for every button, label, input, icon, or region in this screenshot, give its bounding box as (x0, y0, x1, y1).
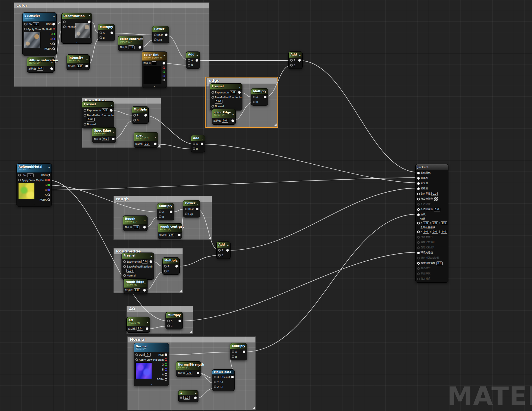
node-jacket1-value-box[interactable]: 0.0 (436, 261, 443, 265)
node-fresnel-rough-value-box[interactable]: 0.04 (126, 269, 134, 273)
node-fresnel-rough-header[interactable]: Fresnel⌄ (122, 253, 154, 259)
chevron-down-icon[interactable]: ⌄ (239, 85, 241, 88)
node-power-color-pin-0r0[interactable] (165, 34, 167, 36)
node-mult-rough-pin-1l0[interactable] (159, 215, 161, 218)
node-basecolor-pin-1r1[interactable] (53, 28, 55, 30)
node-add-spec-header[interactable]: Add⌄ (191, 135, 205, 141)
node-spec-edge-pin-0r0[interactable] (112, 138, 115, 140)
resize-handle-icon[interactable] (252, 407, 255, 409)
node-rough-contrast-pin-0r0[interactable] (178, 234, 181, 236)
node-power-color-header[interactable]: Power⌄ (152, 26, 169, 32)
node-mult-normal-pin-0l0[interactable] (232, 351, 234, 353)
node-fresnel-edge-value-box[interactable]: 0.04 (215, 100, 222, 104)
node-fresnel-spec-pin-1l0[interactable] (84, 114, 86, 117)
node-rough-edge[interactable]: rough EdgeParam (1)⌄默认值1.0 (124, 279, 148, 294)
node-rough-header[interactable]: RoughParam (1)⌄ (123, 216, 147, 225)
node-mult-roughedge-pin-1l0[interactable] (164, 270, 167, 272)
chevron-down-icon[interactable]: ⌄ (196, 53, 198, 56)
node-makefloat3-pin-0l0[interactable] (214, 376, 216, 378)
node-mult-edge-pin-1l0[interactable] (253, 101, 255, 103)
node-mult-color-header[interactable]: Multiply⌄ (98, 24, 115, 30)
node-power-rough-header[interactable]: Power⌄ (183, 200, 200, 207)
node-jacket1-pin-2l0[interactable] (417, 182, 420, 185)
node-normal-tex-pin-0r1[interactable] (165, 353, 167, 356)
node-jacket1-pin-6l0[interactable] (417, 203, 420, 206)
node-fresnel-edge-header[interactable]: Fresnel⌄ (210, 84, 242, 90)
node-jacket1-pin-14l0[interactable] (417, 241, 420, 244)
node-jacket1-pin-7l0[interactable] (417, 208, 420, 211)
node-add-spec-pin-0r0[interactable] (201, 143, 203, 145)
node-fresnel-rough-pin-0r0[interactable] (150, 260, 152, 263)
node-desaturation[interactable]: Desaturation⌃Fraction⌄ (61, 13, 92, 44)
node-basecolor[interactable]: basecolorParam2D⌃UVs0RGBApply View MipBi… (22, 12, 57, 56)
node-mult-spec[interactable]: Multiply⌄AB (132, 106, 149, 124)
node-jacket1-value-box[interactable]: 0.0 (432, 221, 438, 225)
chevron-down-icon[interactable]: ⌄ (196, 202, 199, 205)
node-const-one-value-box[interactable]: 1.0 (183, 396, 190, 400)
node-rough-edge-pin-0r0[interactable] (143, 289, 146, 292)
node-rough-contrast-header[interactable]: rough contrastParam (1)⌄ (158, 224, 182, 233)
chevron-up-icon[interactable]: ⌃ (89, 15, 91, 18)
node-fresnel-spec-pin-0l0[interactable] (84, 109, 86, 112)
node-mult-edge-pin-0l0[interactable] (253, 96, 255, 98)
node-color-contrast-pin-0r0[interactable] (139, 46, 141, 49)
node-basecolor-header[interactable]: basecolorParam2D⌃ (23, 13, 56, 22)
node-mult-ao-pin-1l0[interactable] (167, 325, 170, 327)
comment-ao-titlebar[interactable]: AO (127, 306, 193, 312)
node-desaturation-pin-0l0[interactable] (63, 21, 66, 23)
node-normal-tex-value-box[interactable]: 0 (144, 353, 151, 357)
node-jacket1-pin-1l0[interactable] (417, 177, 420, 180)
node-add-top-pin-0l0[interactable] (290, 59, 293, 62)
node-normal-tex-pin-5r1[interactable] (165, 378, 167, 381)
node-fresnel-edge[interactable]: Fresnel⌄ExponentIn5.0BaseReflectFraction… (210, 83, 242, 110)
chevron-down-icon[interactable]: ⌄ (23, 52, 56, 55)
node-mult-spec-header[interactable]: Multiply⌄ (132, 107, 148, 113)
node-normal-strength-value-box[interactable]: 1.0 (186, 371, 192, 375)
chevron-down-icon[interactable]: ⌄ (165, 28, 168, 31)
node-normal-tex-pin-3r1[interactable] (165, 368, 167, 371)
node-add-rough-pin-0r0[interactable] (226, 249, 229, 252)
node-mult-ao-pin-0r0[interactable] (178, 320, 181, 322)
node-add-spec-pin-1l0[interactable] (193, 148, 195, 150)
node-jacket1-value-box[interactable]: 0.0 (432, 230, 438, 234)
node-add-top-header[interactable]: Add⌄ (289, 52, 302, 58)
node-mult-normal-pin-0r0[interactable] (243, 351, 245, 353)
node-desaturation-pin-1l0[interactable] (63, 25, 66, 28)
node-normal-strength-pin-0r0[interactable] (197, 372, 199, 374)
chevron-down-icon[interactable]: ⌄ (111, 103, 113, 106)
chevron-down-icon[interactable]: ⌄ (139, 39, 141, 42)
node-color-contrast[interactable]: color contrastParam (1)⌄默认值1.0 (118, 36, 143, 51)
node-fresnel-rough[interactable]: Fresnel⌄ExponentIn5.0BaseReflectFraction… (122, 253, 154, 280)
node-fresnel-spec-value-box[interactable]: 0.04 (87, 118, 95, 121)
node-aoroughmetal-pin-4r1[interactable] (47, 193, 50, 196)
node-mult-spec-pin-1l0[interactable] (133, 119, 136, 121)
node-color-edge-header[interactable]: color EdgeParam (0)⌄ (212, 109, 235, 118)
node-normal-tex[interactable]: NormalParam2D⌃UVs0RGBApply View MipBiasR… (134, 343, 169, 386)
node-normal-tex-pin-4r1[interactable] (165, 373, 167, 376)
chevron-down-icon[interactable]: ⌄ (86, 58, 88, 61)
node-intensity[interactable]: IntensityParam (1)⌄默认值1.0 (67, 54, 90, 70)
node-power-color-pin-1l0[interactable] (154, 38, 157, 41)
node-desaturation-header[interactable]: Desaturation⌃ (62, 13, 92, 19)
comment-edge-titlebar[interactable]: edge (207, 78, 277, 84)
chevron-down-icon[interactable]: ⌄ (150, 254, 152, 257)
node-jacket1-pin-12l0[interactable] (417, 231, 420, 233)
node-power-rough[interactable]: Power⌄BaseExp (183, 200, 200, 218)
node-fresnel-spec-pin-0r0[interactable] (110, 109, 113, 112)
node-rough-edge-value-box[interactable]: 1.0 (134, 288, 140, 292)
node-mult-normal-header[interactable]: Multiply⌄ (230, 343, 247, 349)
node-fresnel-spec-pin-3l0[interactable] (84, 123, 86, 126)
node-fresnel-spec-value-box[interactable]: 5.0 (102, 108, 108, 112)
node-fresnel-spec[interactable]: Fresnel⌄ExponentIn5.0BaseReflectFraction… (82, 101, 114, 128)
node-spec-header[interactable]: specParam (0.3)⌄ (134, 132, 158, 141)
node-color-contrast-value-box[interactable]: 1.0 (128, 45, 135, 49)
node-jacket1-value-box[interactable]: 1.0 (434, 208, 440, 211)
node-rough-contrast[interactable]: rough contrastParam (1)⌄默认值1.0 (158, 223, 182, 239)
chevron-down-icon[interactable]: ⌄ (51, 60, 53, 63)
node-basecolor-pin-5r1[interactable] (52, 47, 55, 50)
chevron-down-icon[interactable]: ⌄ (264, 90, 267, 93)
node-jacket1-pin-21l0[interactable] (417, 278, 420, 280)
node-mult-roughedge-header[interactable]: Multiply⌄ (163, 258, 179, 264)
node-add-top[interactable]: Add⌄AB (288, 51, 303, 69)
node-color-tint-color-swatch[interactable] (152, 61, 156, 65)
